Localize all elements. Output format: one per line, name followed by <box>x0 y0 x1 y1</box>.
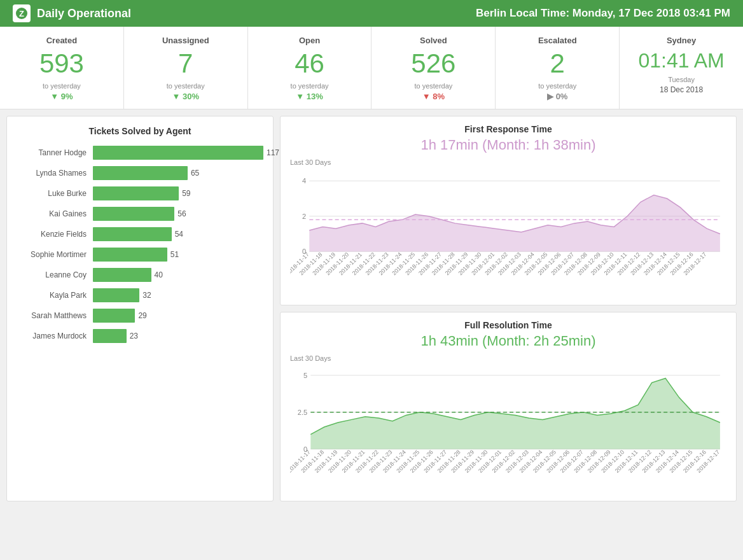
bar-container: 65 <box>93 166 263 180</box>
bar-fill <box>93 207 174 221</box>
stat-open-pct: ▼ 13% <box>254 92 365 101</box>
stat-solved: Solved 526 to yesterday ▼ 8% <box>372 27 496 109</box>
bar-fill <box>93 309 135 323</box>
bar-row: Tanner Hodge117 <box>17 146 263 160</box>
bar-label: Luke Burke <box>17 189 93 198</box>
stat-created-label: Created <box>6 36 117 45</box>
bar-label: Lynda Shames <box>17 169 93 178</box>
bar-value: 56 <box>177 209 279 218</box>
stat-open-sub: to yesterday <box>254 82 365 90</box>
bar-fill <box>93 268 151 282</box>
first-response-title: First Response Time <box>290 124 726 134</box>
app-logo: Z <box>13 4 31 22</box>
stat-open-value: 46 <box>254 50 365 77</box>
bar-fill <box>93 146 263 160</box>
bar-container: 117 <box>93 146 263 160</box>
bar-container: 32 <box>93 288 263 302</box>
stat-sydney-time: 01:41 AM <box>626 50 737 71</box>
full-resolution-card: Full Resolution Time 1h 43min (Month: 2h… <box>280 312 737 501</box>
bar-value: 54 <box>175 230 279 239</box>
stat-unassigned-label: Unassigned <box>130 36 241 45</box>
bar-fill <box>93 227 172 241</box>
stat-sydney-date: 18 Dec 2018 <box>626 85 737 94</box>
bar-container: 56 <box>93 207 263 221</box>
bar-value: 65 <box>191 169 279 178</box>
bar-row: Sarah Matthews29 <box>17 309 263 323</box>
svg-text:2: 2 <box>302 213 306 220</box>
bar-fill <box>93 166 188 180</box>
stat-solved-pct: ▼ 8% <box>378 92 489 101</box>
bar-fill <box>93 248 167 262</box>
bar-value: 23 <box>130 332 279 340</box>
stat-open: Open 46 to yesterday ▼ 13% <box>248 27 372 109</box>
stat-solved-value: 526 <box>378 50 489 77</box>
bar-value: 29 <box>138 311 279 320</box>
stat-created-sub: to yesterday <box>6 82 117 90</box>
right-panel: First Response Time 1h 17min (Month: 1h … <box>280 116 737 501</box>
bar-value: 117 <box>267 148 279 157</box>
stat-created: Created 593 to yesterday ▼ 9% <box>0 27 124 109</box>
bar-row: Kai Gaines56 <box>17 207 263 221</box>
full-resolution-title: Full Resolution Time <box>290 320 726 330</box>
bar-row: James Murdock23 <box>17 329 263 343</box>
bar-label: Kenzie Fields <box>17 230 93 239</box>
stat-unassigned-sub: to yesterday <box>130 82 241 90</box>
stat-created-pct: ▼ 9% <box>6 92 117 101</box>
stat-solved-sub: to yesterday <box>378 82 489 90</box>
bar-chart-panel: Tickets Solved by Agent Tanner Hodge117L… <box>6 116 274 501</box>
bar-row: Kenzie Fields54 <box>17 227 263 241</box>
bar-fill <box>93 329 127 343</box>
svg-text:Z: Z <box>19 9 24 18</box>
stat-escalated: Escalated 2 to yesterday ▶ 0% <box>496 27 620 109</box>
first-response-card: First Response Time 1h 17min (Month: 1h … <box>280 116 737 305</box>
bar-container: 40 <box>93 268 263 282</box>
stat-open-label: Open <box>254 36 365 45</box>
bar-container: 29 <box>93 309 263 323</box>
stat-sydney: Sydney 01:41 AM Tuesday 18 Dec 2018 <box>620 27 743 109</box>
header-datetime: Berlin Local Time: Monday, 17 Dec 2018 0… <box>476 7 730 20</box>
stat-sydney-day: Tuesday <box>626 76 737 83</box>
stat-solved-label: Solved <box>378 36 489 45</box>
bar-label: Kai Gaines <box>17 209 93 218</box>
first-response-chart-svg: 0242018-11-172018-11-182018-11-192018-11… <box>290 169 726 298</box>
bar-value: 32 <box>142 291 279 300</box>
svg-text:5: 5 <box>303 372 307 379</box>
bar-container: 54 <box>93 227 263 241</box>
bar-fill <box>93 288 139 302</box>
bar-value: 59 <box>182 189 279 198</box>
app-title: Daily Operational <box>37 7 131 20</box>
bar-label: Sarah Matthews <box>17 311 93 320</box>
full-resolution-sublabel: Last 30 Days <box>290 354 726 362</box>
full-resolution-chart-svg: 02.552018-11-172018-11-182018-11-192018-… <box>290 365 726 494</box>
stat-unassigned-value: 7 <box>130 50 241 77</box>
bar-fill <box>93 186 179 200</box>
header: Z Daily Operational Berlin Local Time: M… <box>0 0 743 27</box>
stat-unassigned: Unassigned 7 to yesterday ▼ 30% <box>124 27 248 109</box>
stat-escalated-pct: ▶ 0% <box>502 92 613 101</box>
bar-value: 51 <box>170 250 279 259</box>
bar-label: Tanner Hodge <box>17 148 93 157</box>
bar-row: Lynda Shames65 <box>17 166 263 180</box>
stats-row: Created 593 to yesterday ▼ 9% Unassigned… <box>0 27 743 109</box>
svg-text:4: 4 <box>302 177 306 185</box>
bar-label: Sophie Mortimer <box>17 250 93 259</box>
bar-value: 40 <box>155 270 279 279</box>
bar-label: Kayla Park <box>17 291 93 300</box>
bar-container: 23 <box>93 329 263 343</box>
bar-container: 59 <box>93 186 263 200</box>
bar-container: 51 <box>93 248 263 262</box>
stat-created-value: 593 <box>6 50 117 77</box>
first-response-metric: 1h 17min (Month: 1h 38min) <box>290 137 726 153</box>
stat-escalated-sub: to yesterday <box>502 82 613 90</box>
stat-escalated-value: 2 <box>502 50 613 77</box>
full-resolution-metric: 1h 43min (Month: 2h 25min) <box>290 333 726 349</box>
svg-text:2.5: 2.5 <box>298 409 307 416</box>
bar-row: Kayla Park32 <box>17 288 263 302</box>
bar-label: Leanne Coy <box>17 270 93 279</box>
first-response-sublabel: Last 30 Days <box>290 158 726 166</box>
bar-row: Luke Burke59 <box>17 186 263 200</box>
header-left: Z Daily Operational <box>13 4 131 22</box>
stat-unassigned-pct: ▼ 30% <box>130 92 241 101</box>
main-content: Tickets Solved by Agent Tanner Hodge117L… <box>0 109 743 508</box>
bar-chart-title: Tickets Solved by Agent <box>17 126 263 136</box>
